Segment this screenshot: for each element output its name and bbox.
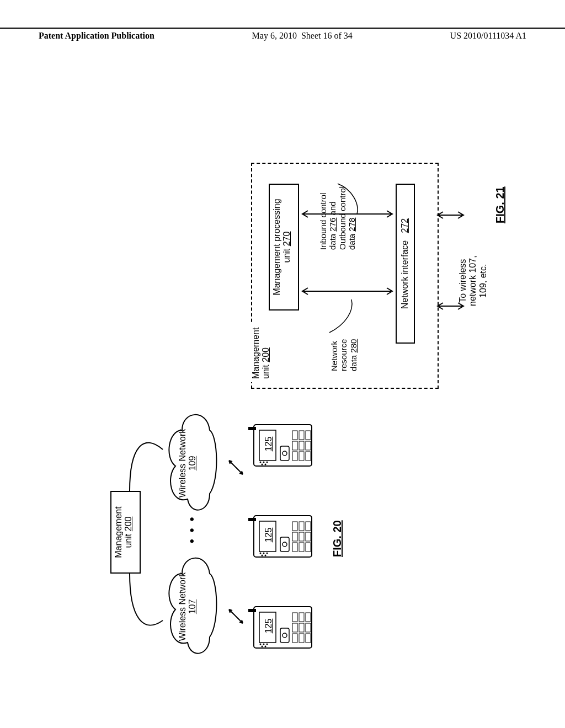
svg-rect-52 xyxy=(299,441,304,450)
svg-rect-13 xyxy=(299,634,304,643)
phone2-num: 125 xyxy=(264,510,274,560)
phone-device-3: 125 xyxy=(248,419,315,469)
wireless-network-cloud-107: Wireless Network 107 xyxy=(160,552,221,662)
svg-point-47 xyxy=(282,451,287,456)
svg-rect-11 xyxy=(292,623,297,632)
leader-nrd xyxy=(324,294,368,338)
svg-point-44 xyxy=(262,464,263,465)
svg-rect-49 xyxy=(292,441,297,450)
svg-rect-12 xyxy=(292,613,297,622)
svg-rect-39 xyxy=(248,427,256,430)
header-left: Patent Application Publication xyxy=(39,31,154,41)
mgmt-label: Management xyxy=(114,506,123,558)
svg-rect-30 xyxy=(292,532,297,541)
page-header: Patent Application Publication May 6, 20… xyxy=(0,28,565,41)
fig20-caption: FIG. 20 xyxy=(331,520,344,557)
header-center: May 6, 2010 Sheet 16 of 34 xyxy=(252,31,353,41)
cloud1-num: 107 xyxy=(188,552,198,662)
svg-rect-36 xyxy=(306,532,311,541)
phone-device-1: 125 xyxy=(248,601,315,651)
management-unit-dashed-box: Management unit 200 Management processin… xyxy=(251,163,439,389)
svg-rect-34 xyxy=(299,522,304,531)
header-right: US 2010/0111034 A1 xyxy=(450,31,526,41)
cloud-label: Wireless Network xyxy=(178,429,187,497)
figures-area: Management unit 200 Wireless Network 107… xyxy=(0,83,565,728)
svg-rect-14 xyxy=(299,623,304,632)
svg-rect-50 xyxy=(292,431,297,440)
arrow-out-left xyxy=(436,298,466,314)
svg-rect-15 xyxy=(299,613,304,622)
svg-rect-32 xyxy=(299,543,304,552)
svg-rect-37 xyxy=(306,522,311,531)
svg-point-3 xyxy=(260,644,262,645)
svg-point-22 xyxy=(260,553,262,554)
management-processing-unit-box: Management processing unit 270 xyxy=(269,184,299,311)
management-unit-box: Management unit 200 xyxy=(110,491,141,574)
dashed-title: Management unit 200 xyxy=(251,324,270,382)
svg-rect-18 xyxy=(306,613,311,622)
leader-ctrl xyxy=(335,175,368,214)
svg-rect-33 xyxy=(299,532,304,541)
svg-rect-10 xyxy=(292,634,297,643)
svg-rect-20 xyxy=(248,518,256,521)
mgmt-unit: unit xyxy=(124,534,133,548)
wireless-network-cloud-109: Wireless Network 109 xyxy=(160,408,221,518)
phone1-num: 125 xyxy=(264,601,274,651)
figure-20: Management unit 200 Wireless Network 107… xyxy=(110,386,320,684)
svg-rect-17 xyxy=(306,623,311,632)
phone3-num: 125 xyxy=(264,419,274,469)
svg-rect-35 xyxy=(306,543,311,552)
svg-rect-53 xyxy=(299,431,304,440)
svg-rect-29 xyxy=(292,543,297,552)
svg-point-6 xyxy=(262,646,263,647)
svg-rect-31 xyxy=(292,522,297,531)
cloud2-num: 109 xyxy=(188,408,198,518)
svg-point-41 xyxy=(260,462,262,463)
mgmt-num: 200 xyxy=(124,517,133,532)
fig21-caption: FIG. 21 xyxy=(494,186,507,223)
svg-rect-55 xyxy=(306,441,311,450)
phone-device-2: 125 xyxy=(248,510,315,560)
svg-point-28 xyxy=(282,542,287,547)
svg-rect-16 xyxy=(306,634,311,643)
svg-rect-51 xyxy=(299,452,304,461)
svg-point-25 xyxy=(262,555,263,556)
rf-arrow-1 xyxy=(218,596,251,629)
svg-rect-56 xyxy=(306,431,311,440)
svg-point-9 xyxy=(282,633,287,638)
figure-21: Management unit 200 Management processin… xyxy=(240,157,499,389)
svg-rect-48 xyxy=(292,452,297,461)
cloud-label: Wireless Network xyxy=(178,572,187,641)
network-interface-box: Network interface 272 xyxy=(396,184,415,344)
arrow-out-right xyxy=(436,207,466,223)
rf-arrow-2 xyxy=(218,447,251,480)
svg-rect-54 xyxy=(306,452,311,461)
